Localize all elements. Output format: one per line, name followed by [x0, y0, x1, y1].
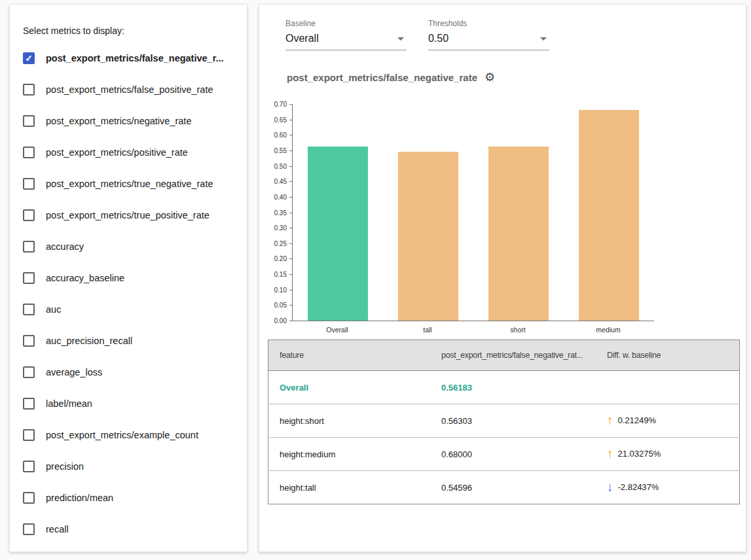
y-axis-tick-label: 0.35 — [274, 209, 287, 217]
metric-label: prediction/mean — [46, 493, 113, 503]
metric-label: post_export_metrics/true_negative_rate — [46, 179, 213, 189]
baseline-dropdown-value-row[interactable]: Overall — [285, 30, 407, 50]
checkbox-unchecked-icon[interactable] — [23, 492, 35, 504]
metric-label: auc — [46, 304, 61, 315]
chart-title: post_export_metrics/false_negative_rate — [287, 72, 477, 83]
bar-short[interactable] — [488, 147, 549, 321]
metric-item-auc[interactable]: auc — [23, 294, 244, 325]
y-axis-tick-label: 0.55 — [274, 147, 287, 154]
checkbox-checked-icon[interactable]: ✓ — [23, 52, 35, 64]
metric-label: accuracy — [46, 241, 84, 252]
metrics-table: featurepost_export_metrics/false_negativ… — [268, 340, 740, 504]
metric-item-accuracy-baseline[interactable]: accuracy_baseline — [23, 262, 244, 294]
checkbox-unchecked-icon[interactable] — [23, 209, 35, 221]
metric-item-accuracy[interactable]: accuracy — [23, 231, 244, 262]
checkbox-unchecked-icon[interactable] — [23, 304, 35, 315]
plot-area — [292, 104, 654, 321]
table-header-cell: Diff. w. baseline — [596, 340, 740, 371]
down-arrow-icon: ↓ — [607, 480, 614, 495]
checkbox-unchecked-icon[interactable] — [23, 429, 35, 441]
gear-icon[interactable]: ⚙ — [485, 71, 495, 83]
checkbox-unchecked-icon[interactable] — [23, 84, 35, 96]
checkbox-unchecked-icon[interactable] — [23, 523, 35, 535]
y-axis-tick-label: 0.60 — [274, 131, 287, 139]
bar-overall[interactable] — [308, 147, 368, 321]
baseline-dropdown-value: Overall — [285, 33, 319, 44]
up-arrow-icon: ↑ — [607, 413, 614, 428]
metric-label: post_export_metrics/example_count — [46, 430, 198, 440]
metric-item-post-export-metrics-false-negative-r[interactable]: ✓post_export_metrics/false_negative_r... — [23, 43, 244, 74]
y-axis-tick-label: 0.65 — [274, 116, 287, 124]
bar-tall[interactable] — [398, 152, 458, 321]
diff-value: 21.03275% — [618, 449, 661, 459]
controls-bar: Baseline Overall Thresholds 0.50 — [285, 19, 549, 50]
checkbox-unchecked-icon[interactable] — [23, 398, 35, 410]
metric-item-prediction-mean[interactable]: prediction/mean — [23, 482, 244, 514]
checkbox-unchecked-icon[interactable] — [23, 241, 35, 253]
metric-item-post-export-metrics-positive-rate[interactable]: post_export_metrics/positive_rate — [23, 137, 244, 168]
table-header-cell: post_export_metrics/false_negative_rat..… — [430, 340, 596, 371]
checkbox-unchecked-icon[interactable] — [23, 272, 35, 284]
y-axis-tick — [289, 213, 292, 213]
thresholds-dropdown[interactable]: Thresholds 0.50 — [428, 19, 549, 50]
x-axis-tick-label: Overall — [298, 326, 376, 334]
diff-cell — [596, 371, 740, 404]
y-axis-tick-label: 0.50 — [274, 163, 287, 170]
metric-item-post-export-metrics-true-negative-rate[interactable]: post_export_metrics/true_negative_rate — [23, 168, 244, 200]
metric-item-post-export-metrics-example-count[interactable]: post_export_metrics/example_count — [23, 419, 244, 451]
up-arrow-icon: ↑ — [607, 447, 614, 461]
y-axis-tick-label: 0.20 — [274, 255, 287, 262]
y-axis-tick — [289, 135, 292, 135]
y-axis-tick — [289, 166, 292, 167]
checkbox-unchecked-icon[interactable] — [23, 335, 35, 347]
y-axis-tick-label: 0.45 — [274, 178, 287, 185]
metric-item-auc-precision-recall[interactable]: auc_precision_recall — [23, 325, 244, 357]
chevron-down-icon[interactable] — [540, 37, 547, 41]
checkbox-unchecked-icon[interactable] — [23, 147, 35, 158]
checkbox-unchecked-icon[interactable] — [23, 461, 35, 472]
baseline-dropdown[interactable]: Baseline Overall — [285, 19, 407, 50]
diff-value: 0.21249% — [618, 415, 657, 425]
thresholds-dropdown-value-row[interactable]: 0.50 — [428, 30, 549, 50]
thresholds-dropdown-label: Thresholds — [428, 19, 549, 28]
table-row-overall: Overall0.56183 — [268, 371, 740, 404]
y-axis-tick — [289, 228, 292, 228]
visualization-panel: Baseline Overall Thresholds 0.50 post_ex… — [259, 4, 746, 552]
y-axis-tick-label: 0.30 — [274, 224, 287, 232]
metric-label: post_export_metrics/true_positive_rate — [46, 210, 210, 220]
y-axis-tick — [289, 274, 292, 275]
metric-label: accuracy_baseline — [46, 273, 124, 283]
checkbox-unchecked-icon[interactable] — [23, 366, 35, 378]
metric-label: post_export_metrics/false_negative_r... — [46, 53, 224, 63]
metric-value-cell: 0.56303 — [430, 404, 596, 438]
bar-medium[interactable] — [579, 110, 639, 321]
metric-item-label-mean[interactable]: label/mean — [23, 388, 244, 419]
metric-item-post-export-metrics-true-positive-rate[interactable]: post_export_metrics/true_positive_rate — [23, 200, 244, 231]
metric-item-recall[interactable]: recall — [23, 514, 244, 545]
metric-label: post_export_metrics/negative_rate — [46, 116, 191, 126]
y-axis-tick — [289, 150, 292, 151]
y-axis-tick — [289, 321, 292, 321]
feature-cell: height:medium — [268, 438, 431, 471]
metric-label: label/mean — [46, 398, 92, 409]
y-axis-tick — [289, 305, 292, 306]
metric-label: auc_precision_recall — [46, 336, 132, 346]
chart-header: post_export_metrics/false_negative_rate … — [287, 71, 495, 83]
checkbox-unchecked-icon[interactable] — [23, 178, 35, 190]
checkbox-unchecked-icon[interactable] — [23, 115, 35, 127]
metric-item-post-export-metrics-negative-rate[interactable]: post_export_metrics/negative_rate — [23, 105, 244, 137]
metric-item-average-loss[interactable]: average_loss — [23, 357, 244, 388]
metric-item-post-export-metrics-false-positive-rate[interactable]: post_export_metrics/false_positive_rate — [23, 74, 244, 105]
feature-cell: height:short — [268, 404, 431, 438]
diff-value: -2.82437% — [618, 482, 659, 492]
y-axis-tick — [289, 243, 292, 244]
y-axis-tick-label: 0.00 — [274, 317, 287, 324]
metric-label: average_loss — [46, 367, 102, 377]
diff-cell: ↑0.21249% — [596, 404, 740, 438]
y-axis: 0.000.050.100.150.200.250.300.350.400.45… — [259, 99, 287, 342]
feature-cell: height:tall — [268, 471, 431, 504]
y-axis-tick-label: 0.05 — [274, 302, 287, 309]
metric-label: recall — [46, 524, 69, 534]
metric-item-precision[interactable]: precision — [23, 451, 244, 482]
chevron-down-icon[interactable] — [397, 37, 404, 41]
